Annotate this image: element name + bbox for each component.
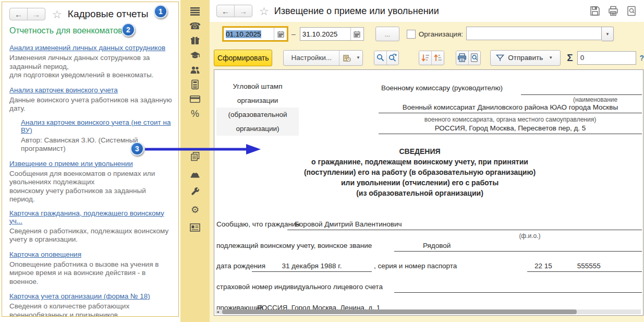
horizontal-scrollbar[interactable]: ◄ xyxy=(215,309,641,314)
send-button[interactable]: Отправить ▼ xyxy=(490,50,561,66)
report-link[interactable]: Карточка оповещения xyxy=(9,251,81,258)
favorite-star-icon[interactable]: ☆ xyxy=(52,9,62,20)
addressee-blank-line xyxy=(521,85,642,95)
forward-icon[interactable]: → xyxy=(27,8,45,20)
report-desc: Оповещение работника о вызове на учения … xyxy=(9,260,173,287)
report-variants-icon[interactable] xyxy=(339,51,354,65)
rank-label: подлежащий воинскому учету, воинское зва… xyxy=(216,242,372,249)
passport-series: 22 15 xyxy=(534,262,552,270)
report-document: Угловой штамп организации (образовательн… xyxy=(214,69,643,316)
report-link-izveshchenie[interactable]: Извещение о приеме или увольнении xyxy=(9,160,133,168)
education-icon[interactable] xyxy=(190,50,200,61)
stamp-line: организации) xyxy=(216,122,299,136)
print-preview-icon[interactable] xyxy=(626,6,637,16)
generate-button[interactable]: Сформировать xyxy=(214,50,272,66)
labor-safety-icon[interactable] xyxy=(190,169,200,180)
save-icon[interactable] xyxy=(590,6,600,16)
help-icon[interactable]: ? xyxy=(639,54,644,62)
chevron-down-icon[interactable]: ▼ xyxy=(354,55,362,60)
app-window: ← → ☆ Кадровые отчеты Отчетность для вое… xyxy=(0,0,644,322)
report-header: ← → ☆ Извещение о приеме или увольнении xyxy=(210,0,644,22)
date-from-value[interactable]: 01.10.2025 xyxy=(224,30,274,38)
sort-ascending-icon[interactable] xyxy=(431,51,444,65)
passport-line: 22 15 555555 xyxy=(527,262,642,272)
settings-gear-icon[interactable]: ⚙ xyxy=(190,205,200,215)
chevron-down-icon[interactable]: ▼ xyxy=(546,55,555,60)
report-title: Извещение о приеме или увольнении xyxy=(274,6,439,17)
name-hint-close: военного комиссариата, органа местного с… xyxy=(379,116,642,123)
snils-blank-line xyxy=(394,283,642,293)
report-link[interactable]: Анализ изменений личных данных сотрудник… xyxy=(9,44,165,52)
left-panel-title: Кадровые отчеты xyxy=(68,8,149,20)
send-label: Отправить xyxy=(508,54,543,62)
addressee-label: Военному комиссару (руководителю) xyxy=(381,84,503,92)
report-desc: Сведения о работниках, подлежащих воинск… xyxy=(9,227,173,244)
back-icon[interactable]: ← xyxy=(217,5,234,17)
search-icon[interactable] xyxy=(374,51,386,65)
report-desc: Сообщения для военкоматов о приемах или … xyxy=(9,170,173,204)
settings-button[interactable]: Настройки... ▼ xyxy=(283,50,362,66)
chevron-down-icon[interactable]: ▼ xyxy=(602,27,614,41)
report-filters: 01.10.2025 – 31.10.2025 ... Организация:… xyxy=(210,22,644,46)
menu-icon[interactable] xyxy=(190,6,200,17)
tools-icon[interactable] xyxy=(190,187,200,197)
scrollbar-thumb[interactable] xyxy=(222,309,577,314)
period-more-button[interactable]: ... xyxy=(375,27,399,41)
print-icon[interactable] xyxy=(608,6,618,16)
snils-label: страховой номер индивидуального лицевого… xyxy=(216,283,383,291)
report-link[interactable]: Карточка учета организации (форма № 18) xyxy=(9,292,150,300)
sum-input[interactable]: 0 xyxy=(577,51,637,65)
annotation-badge-2: 2 xyxy=(121,23,135,37)
sort-descending-icon[interactable] xyxy=(419,51,431,65)
commissariat-address-line: РОССИЯ, Город Москва, Пересветов пер, д.… xyxy=(379,124,642,134)
annotation-badge-1: 1 xyxy=(154,5,167,18)
forward-icon[interactable]: → xyxy=(234,5,252,17)
date-to-field[interactable]: 31.10.2025 xyxy=(300,27,364,41)
fio-hint: (ф.и.о.) xyxy=(499,232,561,240)
list-item: Анализ изменений личных данных сотрудник… xyxy=(9,43,173,80)
annotation-badge-3: 3 xyxy=(130,142,144,156)
name-hint-open: (наименование xyxy=(573,96,617,103)
header-actions xyxy=(590,6,637,16)
print-icon[interactable] xyxy=(456,51,468,65)
sum-sigma-icon: Σ xyxy=(567,52,573,64)
calendar-icon[interactable] xyxy=(274,28,287,40)
date-from-field[interactable]: 01.10.2025 xyxy=(223,27,287,41)
report-desc: Изменения личных данных сотрудников за з… xyxy=(9,54,173,80)
employees-icon[interactable] xyxy=(190,65,200,75)
report-panel: ← → ☆ Извещение о приеме или увольнении … xyxy=(210,0,644,322)
organization-input[interactable] xyxy=(466,27,602,40)
search-group xyxy=(374,51,399,65)
sections-group-2: ⚙ xyxy=(190,151,200,233)
calculator-icon[interactable] xyxy=(190,79,200,90)
stamp-line: (образовательной xyxy=(216,108,299,122)
report-link[interactable]: Анализ карточек воинского учета (не стои… xyxy=(21,118,173,134)
passport-number: 555555 xyxy=(577,262,601,270)
list-item: Извещение о приеме или увольнении Сообще… xyxy=(9,159,173,204)
report-link[interactable]: Карточка гражданина, подлежащего воинско… xyxy=(9,209,173,225)
organization-checkbox[interactable] xyxy=(407,30,416,39)
left-nav-group: ← → xyxy=(9,8,45,20)
annotation-arrow xyxy=(144,142,262,156)
list-item: Карточка оповещения Оповещение работника… xyxy=(9,249,173,287)
print-group xyxy=(456,51,481,65)
percent-icon[interactable]: % xyxy=(190,109,200,119)
sections-toolbar: ☎ % xyxy=(180,0,210,322)
search-next-icon[interactable] xyxy=(386,51,399,65)
gifts-icon[interactable] xyxy=(190,35,200,46)
back-icon[interactable]: ← xyxy=(10,8,27,20)
commissariat-line: Военный комиссариат Даниловского района … xyxy=(379,103,642,113)
calendar-icon[interactable] xyxy=(350,28,363,40)
left-panel-header: ← → ☆ Кадровые отчеты xyxy=(9,6,173,22)
scroll-left-icon[interactable]: ◄ xyxy=(215,309,220,314)
phone-icon[interactable]: ☎ xyxy=(190,21,200,31)
id-badge-icon[interactable] xyxy=(190,222,200,233)
sort-group xyxy=(419,51,444,65)
payroll-card-icon[interactable] xyxy=(190,94,200,104)
corner-stamp-block: Угловой штамп организации (образовательн… xyxy=(216,79,299,136)
report-link[interactable]: Анализ карточек воинского учета xyxy=(9,86,118,94)
date-to-value[interactable]: 31.10.2025 xyxy=(300,30,350,38)
favorite-star-icon[interactable]: ☆ xyxy=(259,6,269,17)
print-preview-icon[interactable] xyxy=(468,51,481,65)
list-item: Анализ карточек воинского учета Данные в… xyxy=(9,85,173,113)
